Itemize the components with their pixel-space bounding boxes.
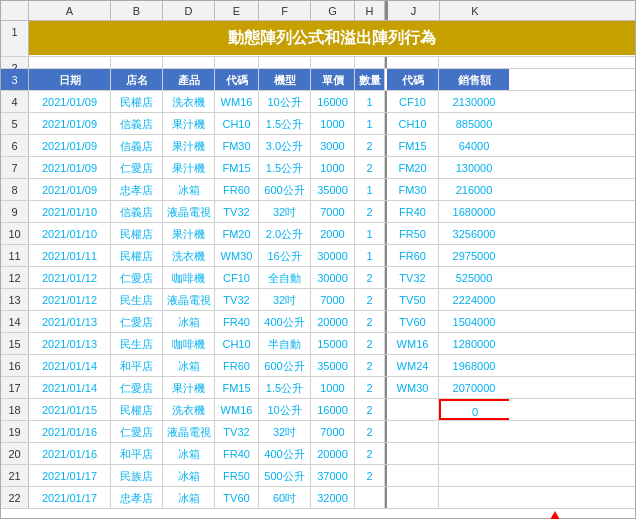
- cell-qty: 1: [355, 245, 385, 266]
- cell-code: FR60: [215, 179, 259, 200]
- row-num: 21: [1, 465, 29, 486]
- cell-2d: [163, 57, 215, 68]
- cell-price: 1000: [311, 377, 355, 398]
- col-header-d: D: [163, 1, 215, 20]
- cell-model: 32吋: [259, 421, 311, 442]
- cell-qty: 2: [355, 135, 385, 156]
- table-row: 20 2021/01/16 和平店 冰箱 FR40 400公升 20000 2: [1, 443, 635, 465]
- cell-date: 2021/01/12: [29, 289, 111, 310]
- cell-qty: 2: [355, 157, 385, 178]
- cell-date: 2021/01/09: [29, 157, 111, 178]
- cell-price: 15000: [311, 333, 355, 354]
- cell-model: 32吋: [259, 201, 311, 222]
- header-qty: 數量: [355, 69, 385, 90]
- cell-model: 500公升: [259, 465, 311, 486]
- cell-qty: 1: [355, 91, 385, 112]
- cell-store: 忠孝店: [111, 487, 163, 508]
- cell-model: 600公升: [259, 355, 311, 376]
- cell-model: 1.5公升: [259, 157, 311, 178]
- cell-date: 2021/01/09: [29, 179, 111, 200]
- cell-date: 2021/01/17: [29, 465, 111, 486]
- cell-model: 400公升: [259, 311, 311, 332]
- cell-store: 信義店: [111, 201, 163, 222]
- table-row: 14 2021/01/13 仁愛店 冰箱 FR40 400公升 20000 2 …: [1, 311, 635, 333]
- cell-code: TV32: [215, 201, 259, 222]
- cell-store: 仁愛店: [111, 267, 163, 288]
- data-rows-container: 4 2021/01/09 民權店 洗衣機 WM16 10公升 16000 1 C…: [1, 91, 635, 509]
- cell-date: 2021/01/13: [29, 311, 111, 332]
- table-row: 19 2021/01/16 仁愛店 液晶電視 TV32 32吋 7000 2: [1, 421, 635, 443]
- header-row: 3 日期 店名 產品 代碼 機型 單價 數量 代碼 銷售額: [1, 69, 635, 91]
- table-row: 9 2021/01/10 信義店 液晶電視 TV32 32吋 7000 2 FR…: [1, 201, 635, 223]
- cell-2b: [111, 57, 163, 68]
- cell-code: FR50: [215, 465, 259, 486]
- cell-store: 民族店: [111, 465, 163, 486]
- cell-price: 1000: [311, 113, 355, 134]
- cell-price: 30000: [311, 267, 355, 288]
- cell-qty: 2: [355, 201, 385, 222]
- row-num: 9: [1, 201, 29, 222]
- cell-code2: FR60: [387, 245, 439, 266]
- cell-store: 忠孝店: [111, 179, 163, 200]
- cell-product: 冰箱: [163, 355, 215, 376]
- cell-date: 2021/01/16: [29, 421, 111, 442]
- cell-price: 32000: [311, 487, 355, 508]
- cell-product: 咖啡機: [163, 333, 215, 354]
- cell-date: 2021/01/14: [29, 355, 111, 376]
- cell-product: 液晶電視: [163, 201, 215, 222]
- header-date: 日期: [29, 69, 111, 90]
- column-headers: A B D E F G H J K: [1, 1, 635, 21]
- table-row: 6 2021/01/09 信義店 果汁機 FM30 3.0公升 3000 2 F…: [1, 135, 635, 157]
- cell-product: 果汁機: [163, 157, 215, 178]
- cell-model: 10公升: [259, 399, 311, 420]
- row-2: 2: [1, 57, 635, 69]
- cell-model: 半自動: [259, 333, 311, 354]
- cell-date: 2021/01/10: [29, 201, 111, 222]
- table-row: 21 2021/01/17 民族店 冰箱 FR50 500公升 37000 2: [1, 465, 635, 487]
- table-row: 18 2021/01/15 民權店 洗衣機 WM16 10公升 16000 2 …: [1, 399, 635, 421]
- col-header-k: K: [440, 1, 510, 20]
- annotation-container: 公式必須進行修正: [503, 511, 607, 519]
- cell-product: 果汁機: [163, 223, 215, 244]
- header-model: 機型: [259, 69, 311, 90]
- row-num: 10: [1, 223, 29, 244]
- row-num: 4: [1, 91, 29, 112]
- row-num: 19: [1, 421, 29, 442]
- cell-sales: 1680000: [439, 201, 509, 222]
- row-num: 15: [1, 333, 29, 354]
- cell-sales: [439, 465, 509, 486]
- cell-code2: WM16: [387, 333, 439, 354]
- cell-store: 民權店: [111, 91, 163, 112]
- table-row: 7 2021/01/09 仁愛店 果汁機 FM15 1.5公升 1000 2 F…: [1, 157, 635, 179]
- cell-date: 2021/01/17: [29, 487, 111, 508]
- cell-code: FR40: [215, 311, 259, 332]
- row-num: 11: [1, 245, 29, 266]
- cell-code: FM20: [215, 223, 259, 244]
- cell-sales: 3256000: [439, 223, 509, 244]
- cell-sales: 64000: [439, 135, 509, 156]
- cell-code: FM30: [215, 135, 259, 156]
- cell-code2: [387, 443, 439, 464]
- col-header-g: G: [311, 1, 355, 20]
- cell-store: 仁愛店: [111, 157, 163, 178]
- cell-qty: 2: [355, 377, 385, 398]
- cell-store: 和平店: [111, 443, 163, 464]
- cell-model: 60吋: [259, 487, 311, 508]
- cell-model: 3.0公升: [259, 135, 311, 156]
- title-row: 1 動態陣列公式和溢出陣列行為: [1, 21, 635, 57]
- cell-model: 2.0公升: [259, 223, 311, 244]
- cell-product: 冰箱: [163, 443, 215, 464]
- cell-code2: [387, 487, 439, 508]
- cell-code2: FM15: [387, 135, 439, 156]
- cell-2g: [311, 57, 355, 68]
- cell-code2: TV32: [387, 267, 439, 288]
- cell-qty: 2: [355, 465, 385, 486]
- cell-product: 液晶電視: [163, 289, 215, 310]
- cell-code: TV32: [215, 421, 259, 442]
- cell-sales: 1504000: [439, 311, 509, 332]
- row-num: 16: [1, 355, 29, 376]
- cell-code: FM15: [215, 157, 259, 178]
- table-row: 12 2021/01/12 仁愛店 咖啡機 CF10 全自動 30000 2 T…: [1, 267, 635, 289]
- cell-model: 1.5公升: [259, 113, 311, 134]
- cell-model: 16公升: [259, 245, 311, 266]
